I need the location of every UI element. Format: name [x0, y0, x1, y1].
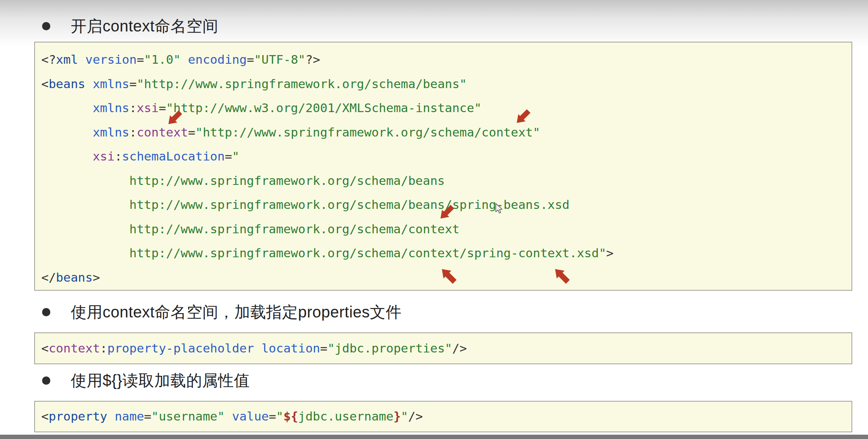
- code-line: http://www.springframework.org/schema/co…: [41, 241, 851, 266]
- code-line: xsi:schemaLocation=": [41, 144, 851, 169]
- code-line: <property name="username" value="${jdbc.…: [41, 402, 851, 431]
- bullet-heading-use-placeholder: 使用${}读取加载的属性值: [42, 371, 250, 390]
- code-line: xmlns:context="http://www.springframewor…: [41, 120, 851, 145]
- slide: 开启context命名空间 <?xml version="1.0" encodi…: [0, 0, 868, 439]
- code-line: http://www.springframework.org/schema/be…: [41, 169, 851, 193]
- bullet-heading-use-namespace: 使用context命名空间，加载指定properties文件: [42, 303, 402, 321]
- code-block-property-value: <property name="username" value="${jdbc.…: [34, 401, 852, 432]
- heading-text: 使用context命名空间，加载指定properties文件: [71, 301, 402, 323]
- bullet-icon: [42, 308, 50, 316]
- code-block-xml-namespace-config: <?xml version="1.0" encoding="UTF-8"?><b…: [34, 42, 852, 291]
- bullet-icon: [42, 22, 50, 30]
- code-block-property-placeholder: <context:property-placeholder location="…: [34, 332, 852, 364]
- red-arrow-icon: [514, 104, 536, 126]
- bullet-icon: [42, 376, 50, 385]
- heading-text: 开启context命名空间: [71, 15, 218, 37]
- mouse-cursor-icon: [495, 203, 505, 214]
- red-arrow-icon: [166, 105, 188, 127]
- red-arrow-icon: [552, 266, 576, 290]
- heading-text: 使用${}读取加载的属性值: [71, 370, 250, 391]
- red-arrow-icon: [438, 199, 460, 221]
- bottom-bar: [0, 435, 868, 439]
- code-line: <?xml version="1.0" encoding="UTF-8"?>: [41, 48, 851, 72]
- code-line: xmlns:xsi="http://www.w3.org/2001/XMLSch…: [41, 96, 851, 120]
- code-line: <context:property-placeholder location="…: [41, 333, 851, 363]
- red-arrow-icon: [439, 266, 462, 290]
- bullet-heading-enable-namespace: 开启context命名空间: [42, 17, 218, 35]
- code-line: <beans xmlns="http://www.springframework…: [41, 72, 851, 96]
